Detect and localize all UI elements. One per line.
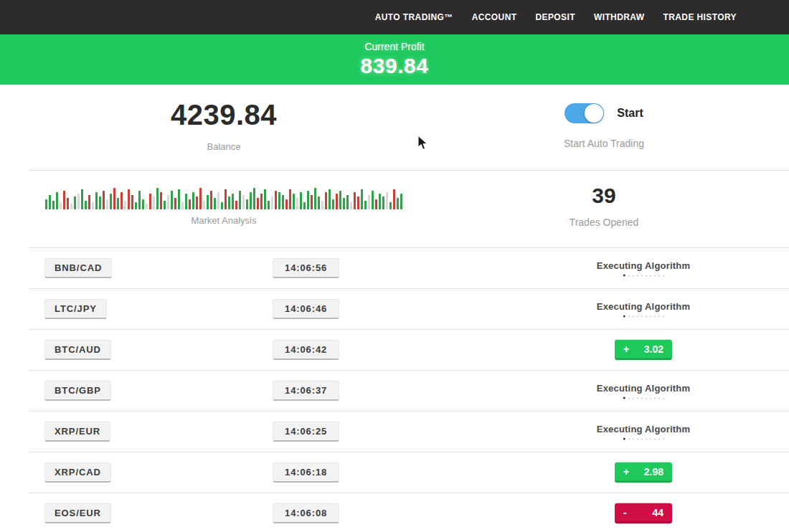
chart-bar: [318, 196, 320, 209]
nav-item-account[interactable]: ACCOUNT: [472, 12, 517, 22]
trades-list: BNB/CAD 14:06:56 Executing Algorithm LTC…: [29, 248, 789, 532]
chart-bar: [260, 194, 263, 209]
loading-dot: [623, 438, 625, 440]
loading-dot: [623, 315, 625, 318]
chart-bar: [264, 189, 266, 209]
chart-bar: [321, 201, 323, 209]
loading-dot: [650, 275, 651, 276]
loading-dot: [633, 315, 634, 317]
trade-row: BTC/AUD 14:06:42 + 3.02: [29, 330, 789, 371]
trade-status: Executing Algorithm: [597, 301, 690, 318]
balance-block: 4239.84 Balance: [29, 85, 419, 170]
chart-bar: [372, 191, 374, 209]
chart-bar: [106, 199, 108, 209]
pair-badge: XRP/CAD: [44, 462, 111, 483]
chart-bar: [343, 198, 345, 209]
result-sign: +: [623, 343, 629, 355]
time-label: 14:06:42: [285, 344, 327, 355]
chart-bar: [386, 192, 388, 209]
trade-status: Executing Algorithm: [597, 260, 690, 277]
pair-badge: LTC/JPY: [44, 299, 107, 319]
profit-banner: Current Profit 839.84: [0, 34, 789, 85]
chart-bar: [210, 191, 212, 209]
chart-bar: [153, 196, 155, 209]
chart-bar: [74, 196, 76, 209]
chart-bar: [185, 194, 187, 209]
chart-bar: [257, 198, 259, 209]
trade-status: + 3.02: [615, 340, 672, 361]
chart-bar: [196, 196, 198, 209]
chart-bar: [124, 201, 126, 209]
chart-bar: [181, 202, 184, 209]
auto-trading-toggle[interactable]: [564, 103, 604, 123]
chart-bar: [329, 189, 331, 209]
nav-item-auto-trading[interactable]: AUTO TRADING™: [375, 12, 453, 22]
chart-bar: [67, 198, 69, 209]
loading-dot: [658, 397, 660, 399]
chart-bar: [85, 201, 87, 209]
loading-dot: [633, 438, 634, 440]
pair-badge: BTC/GBP: [44, 381, 111, 401]
toggle-state-label: Start: [617, 107, 643, 120]
loading-dots: [597, 315, 690, 318]
loading-dot: [663, 397, 664, 399]
chart-bar: [350, 202, 352, 209]
trade-row: XRP/EUR 14:06:25 Executing Algorithm: [29, 412, 789, 452]
loading-dot: [623, 275, 625, 277]
main-content: 4239.84 Balance Start Start Auto Trading…: [29, 85, 789, 532]
chart-bar: [354, 192, 356, 209]
executing-status: Executing Algorithm: [597, 424, 690, 440]
chart-bar: [339, 191, 341, 209]
chart-bar: [217, 192, 219, 209]
chart-bar: [63, 191, 65, 209]
trade-status: - 44: [615, 503, 672, 524]
top-nav: AUTO TRADING™ ACCOUNT DEPOSIT WITHDRAW T…: [0, 0, 789, 34]
chart-bar: [178, 189, 180, 209]
loading-dot: [663, 275, 664, 276]
loading-dot: [658, 315, 660, 317]
nav-item-deposit[interactable]: DEPOSIT: [535, 12, 575, 22]
chart-bar: [99, 196, 101, 209]
market-analysis-label: Market Analysis: [29, 215, 419, 226]
chart-bar: [149, 194, 151, 209]
chart-bar: [225, 189, 227, 209]
pair-badge: EOS/EUR: [44, 503, 111, 523]
market-analysis-chart: [29, 181, 419, 209]
executing-algorithm-label: Executing Algorithm: [597, 301, 690, 312]
chart-bar: [214, 198, 216, 209]
nav-item-withdraw[interactable]: WITHDRAW: [594, 12, 645, 22]
result-badge: - 44: [615, 503, 672, 524]
chart-bar: [88, 195, 90, 209]
chart-bar: [282, 195, 284, 209]
executing-status: Executing Algorithm: [597, 383, 690, 399]
current-profit-label: Current Profit: [0, 41, 789, 52]
loading-dot: [628, 275, 630, 276]
time-badge: 14:06:08: [273, 503, 339, 523]
loading-dot: [641, 397, 643, 399]
chart-bar: [357, 196, 359, 209]
chart-bar: [289, 189, 291, 209]
time-badge: 14:06:37: [273, 381, 339, 401]
time-label: 14:06:46: [285, 303, 327, 314]
chart-bar: [60, 202, 62, 209]
loading-dot: [650, 397, 651, 399]
pair-label: BTC/AUD: [55, 344, 101, 355]
chart-bar: [346, 195, 349, 209]
executing-status: Executing Algorithm: [597, 301, 690, 318]
chart-bar: [250, 192, 252, 209]
time-badge: 14:06:18: [273, 462, 339, 483]
chart-bar: [156, 188, 159, 209]
loading-dot: [633, 397, 634, 399]
trade-status: + 2.98: [615, 462, 672, 483]
nav-item-trade-history[interactable]: TRADE HISTORY: [663, 12, 737, 22]
chart-bar: [138, 191, 141, 209]
loading-dot: [663, 438, 664, 440]
chart-bar: [242, 195, 245, 209]
time-label: 14:06:18: [285, 467, 327, 478]
result-sign: +: [623, 466, 629, 478]
chart-bar: [293, 194, 295, 209]
executing-status: Executing Algorithm: [597, 260, 690, 277]
chart-bar: [300, 192, 302, 209]
chart-bar: [361, 189, 363, 209]
chart-bar: [113, 188, 115, 209]
